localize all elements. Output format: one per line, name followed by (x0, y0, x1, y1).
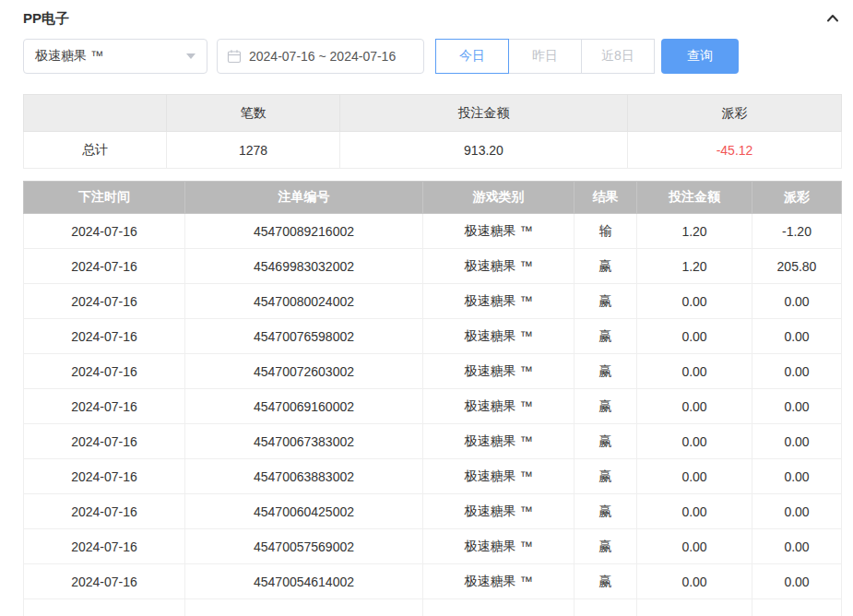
summary-col-bet-amount: 投注金额 (340, 95, 628, 132)
chevron-up-icon (824, 10, 841, 27)
table-cell (185, 599, 423, 616)
table-cell: 2024-07-16 (24, 564, 185, 599)
table-cell (637, 599, 752, 616)
table-cell: 45470063883002 (185, 459, 423, 494)
table-cell: 45470054614002 (185, 564, 423, 599)
table-cell: 2024-07-16 (24, 319, 185, 354)
table-cell: 赢 (575, 564, 637, 599)
table-cell: 2024-07-16 (24, 529, 185, 564)
summary-total-count: 1278 (167, 132, 340, 169)
table-cell: 赢 (575, 424, 637, 459)
table-row: 2024-07-1645470080024002极速糖果 ™赢0.000.00 (24, 284, 842, 319)
table-cell: 赢 (575, 284, 637, 319)
table-cell: 45470060425002 (185, 494, 423, 529)
summary-table: 笔数 投注金额 派彩 总计 1278 913.20 -45.12 (23, 94, 842, 169)
table-cell: 0.00 (637, 494, 752, 529)
table-cell: 极速糖果 ™ (423, 354, 575, 389)
table-cell: 0.00 (752, 284, 842, 319)
bets-table-header-row: 下注时间注单编号游戏类别结果投注金额派彩 (24, 182, 842, 214)
table-row: 2024-07-1645470069160002极速糖果 ™赢0.000.00 (24, 389, 842, 424)
bets-table: 下注时间注单编号游戏类别结果投注金额派彩 2024-07-16454700892… (23, 181, 842, 616)
table-cell: 赢 (575, 319, 637, 354)
column-header: 派彩 (752, 182, 842, 214)
summary-col-payout: 派彩 (628, 95, 842, 132)
summary-total-label: 总计 (24, 132, 167, 169)
table-cell: 极速糖果 ™ (423, 284, 575, 319)
table-cell (423, 599, 575, 616)
table-cell: 2024-07-16 (24, 389, 185, 424)
table-row: 2024-07-1645470072603002极速糖果 ™赢0.000.00 (24, 354, 842, 389)
table-cell: 0.00 (637, 319, 752, 354)
table-row-partial (24, 599, 842, 616)
column-header: 注单编号 (185, 182, 423, 214)
table-cell (575, 599, 637, 616)
table-cell: 输 (575, 214, 637, 249)
table-row: 2024-07-1645470076598002极速糖果 ™赢0.000.00 (24, 319, 842, 354)
quick-range-group: 今日 昨日 近8日 (435, 39, 655, 74)
table-row: 2024-07-1645470054614002极速糖果 ™赢0.000.00 (24, 564, 842, 599)
table-cell: 2024-07-16 (24, 284, 185, 319)
table-cell: 0.00 (637, 284, 752, 319)
table-cell: 赢 (575, 389, 637, 424)
table-cell: 赢 (575, 249, 637, 284)
table-cell: 赢 (575, 494, 637, 529)
table-cell: 2024-07-16 (24, 354, 185, 389)
game-select[interactable]: 极速糖果 ™ (23, 39, 207, 74)
table-cell: 2024-07-16 (24, 459, 185, 494)
table-cell: 赢 (575, 529, 637, 564)
filter-bar: 极速糖果 ™ 2024-07-16 ~ 2024-07-16 今日 昨日 近8日… (23, 39, 841, 74)
search-button[interactable]: 查询 (661, 39, 739, 74)
table-cell: 0.00 (752, 424, 842, 459)
quick-button-today[interactable]: 今日 (435, 39, 509, 74)
column-header: 下注时间 (24, 182, 185, 214)
date-range-value: 2024-07-16 ~ 2024-07-16 (249, 49, 396, 64)
quick-button-last8days[interactable]: 近8日 (581, 39, 655, 74)
collapse-button[interactable] (824, 10, 841, 27)
table-row: 2024-07-1645470089216002极速糖果 ™输1.20-1.20 (24, 214, 842, 249)
table-cell: 45470069160002 (185, 389, 423, 424)
table-cell: 45470067383002 (185, 424, 423, 459)
table-cell: 0.00 (752, 459, 842, 494)
summary-header-row: 笔数 投注金额 派彩 (24, 95, 842, 132)
table-cell: 2024-07-16 (24, 494, 185, 529)
table-cell: 极速糖果 ™ (423, 214, 575, 249)
table-cell: 0.00 (637, 564, 752, 599)
table-cell: 极速糖果 ™ (423, 249, 575, 284)
table-cell: 45470089216002 (185, 214, 423, 249)
table-cell (752, 599, 842, 616)
table-row: 2024-07-1645470063883002极速糖果 ™赢0.000.00 (24, 459, 842, 494)
table-cell: 0.00 (752, 319, 842, 354)
table-cell: 极速糖果 ™ (423, 459, 575, 494)
table-cell: 45470080024002 (185, 284, 423, 319)
table-cell: 极速糖果 ™ (423, 494, 575, 529)
pp-games-panel: PP电子 极速糖果 ™ 2024-07-16 ~ 2024-07-16 今日 昨… (0, 0, 853, 616)
chevron-down-icon (186, 53, 195, 59)
summary-total-row: 总计 1278 913.20 -45.12 (24, 132, 842, 169)
table-row: 2024-07-1645470060425002极速糖果 ™赢0.000.00 (24, 494, 842, 529)
table-cell: 2024-07-16 (24, 214, 185, 249)
table-cell: 极速糖果 ™ (423, 389, 575, 424)
table-cell: 0.00 (637, 389, 752, 424)
summary-col-count: 笔数 (167, 95, 340, 132)
column-header: 游戏类别 (423, 182, 575, 214)
table-cell: 45470072603002 (185, 354, 423, 389)
column-header: 结果 (575, 182, 637, 214)
panel-header: PP电子 (23, 0, 841, 30)
table-cell: 0.00 (752, 389, 842, 424)
page-title: PP电子 (23, 10, 69, 28)
date-range-input[interactable]: 2024-07-16 ~ 2024-07-16 (217, 39, 424, 74)
table-cell: 赢 (575, 354, 637, 389)
table-cell: -1.20 (752, 214, 842, 249)
table-cell: 0.00 (637, 529, 752, 564)
table-cell: 0.00 (637, 424, 752, 459)
table-cell: 2024-07-16 (24, 424, 185, 459)
quick-button-yesterday[interactable]: 昨日 (508, 39, 582, 74)
table-cell: 45469983032002 (185, 249, 423, 284)
calendar-icon (227, 49, 242, 64)
table-cell: 1.20 (637, 249, 752, 284)
summary-total-payout: -45.12 (628, 132, 842, 169)
table-cell: 0.00 (637, 354, 752, 389)
table-cell: 1.20 (637, 214, 752, 249)
table-cell: 赢 (575, 459, 637, 494)
table-cell: 205.80 (752, 249, 842, 284)
